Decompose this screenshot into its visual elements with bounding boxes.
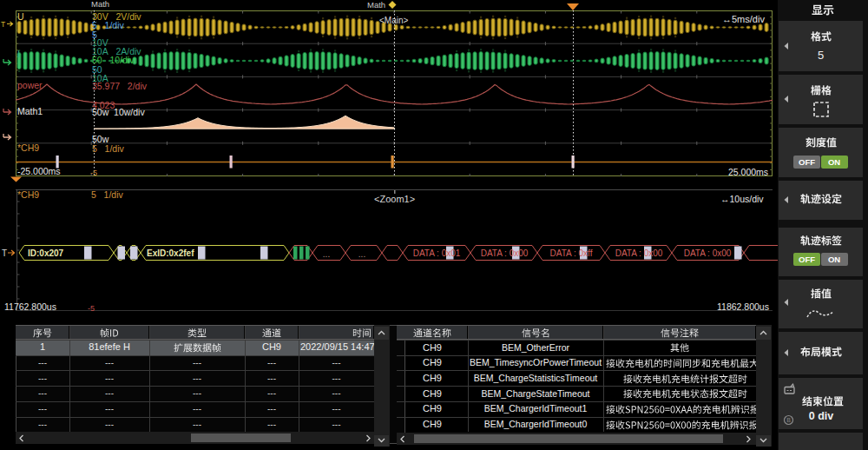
svg-text:B: B [786,417,791,423]
svg-text:Math: Math [367,0,385,10]
svg-text:...: ... [323,249,330,259]
svg-text:...: ... [358,249,365,259]
svg-text:DATA : 0x00: DATA : 0x00 [481,248,529,258]
svg-text:T: T [1,20,5,29]
svg-text:DATA : 0x01: DATA : 0x01 [413,248,461,258]
svg-text:ID:0x207: ID:0x207 [28,248,64,258]
svg-text:ExID:0x2fef: ExID:0x2fef [147,248,194,258]
svg-text:DATA : 0xff: DATA : 0xff [550,248,593,258]
svg-text:Math: Math [91,0,109,9]
svg-text:T: T [2,248,7,258]
svg-text:DATA : 0x00: DATA : 0x00 [684,248,732,258]
svg-text:DATA : 0x00: DATA : 0x00 [615,248,663,258]
